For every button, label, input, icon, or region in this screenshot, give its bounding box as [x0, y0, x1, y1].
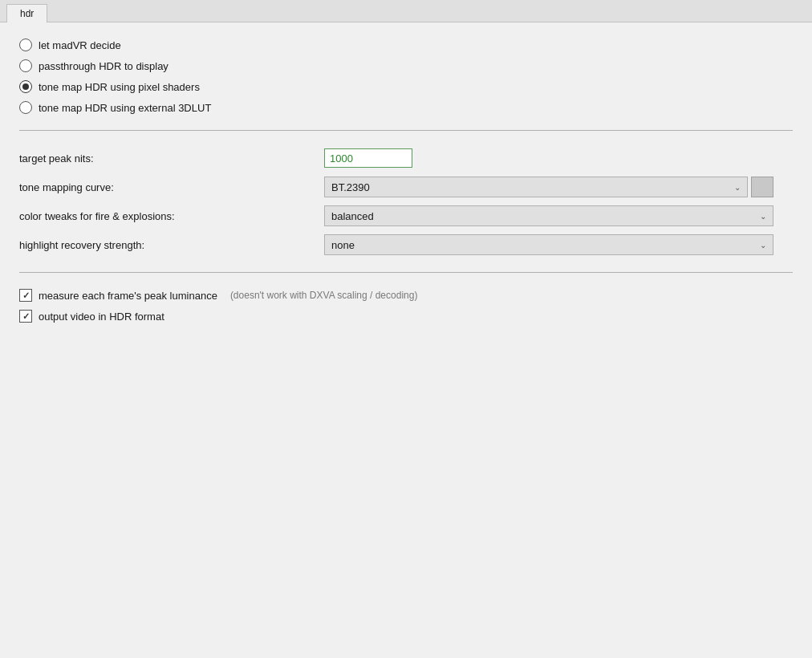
settings-row-highlight-recovery: highlight recovery strength: none ⌄ [19, 234, 793, 256]
highlight-recovery-value: none [331, 239, 355, 251]
checkbox-measure-peak-box [19, 289, 32, 302]
divider-2 [19, 272, 793, 273]
color-tweaks-value: balanced [331, 210, 374, 222]
radio-circle-tone-map-pixel [19, 80, 32, 93]
checkbox-output-hdr-box [19, 310, 32, 323]
radio-circle-let-madvr [19, 39, 32, 51]
divider [19, 130, 793, 131]
tone-mapping-curve-arrow-icon: ⌄ [734, 183, 741, 192]
tone-mapping-curve-extra-btn[interactable] [751, 177, 773, 197]
highlight-recovery-arrow-icon: ⌄ [760, 241, 766, 250]
tab-hdr[interactable]: hdr [6, 4, 47, 22]
checkbox-output-hdr-label: output video in HDR format [39, 311, 164, 323]
target-peak-nits-control [324, 148, 773, 168]
radio-let-madvr[interactable]: let madVR decide [19, 39, 793, 51]
radio-label-passthrough: passthrough HDR to display [39, 60, 168, 72]
settings-row-tone-mapping: tone mapping curve: BT.2390 ⌄ [19, 176, 793, 198]
settings-row-target-peak: target peak nits: [19, 147, 793, 169]
radio-tone-map-pixel[interactable]: tone map HDR using pixel shaders [19, 80, 793, 93]
settings-row-color-tweaks: color tweaks for fire & explosions: bala… [19, 205, 793, 227]
highlight-recovery-dropdown[interactable]: none ⌄ [324, 234, 773, 255]
tab-bar: hdr [0, 0, 812, 22]
radio-tone-map-3dlut[interactable]: tone map HDR using external 3DLUT [19, 101, 793, 114]
radio-label-tone-map-3dlut: tone map HDR using external 3DLUT [39, 102, 211, 114]
radio-label-let-madvr: let madVR decide [39, 39, 121, 51]
page-container: hdr let madVR decide passthrough HDR to … [0, 0, 812, 658]
target-peak-nits-input[interactable] [324, 148, 412, 168]
target-peak-nits-label: target peak nits: [19, 152, 324, 164]
tone-mapping-curve-dropdown[interactable]: BT.2390 ⌄ [324, 177, 748, 197]
radio-group: let madVR decide passthrough HDR to disp… [19, 39, 793, 114]
checkbox-measure-peak-label: measure each frame's peak luminance [39, 290, 217, 302]
radio-label-tone-map-pixel: tone map HDR using pixel shaders [39, 81, 200, 93]
checkbox-group: measure each frame's peak luminance (doe… [19, 289, 793, 323]
content-area: let madVR decide passthrough HDR to disp… [0, 22, 812, 658]
tone-mapping-curve-control: BT.2390 ⌄ [324, 177, 773, 197]
radio-circle-tone-map-3dlut [19, 101, 32, 114]
checkbox-measure-peak[interactable]: measure each frame's peak luminance (doe… [19, 289, 793, 302]
highlight-recovery-control: none ⌄ [324, 234, 773, 255]
color-tweaks-label: color tweaks for fire & explosions: [19, 210, 324, 222]
tone-mapping-curve-value: BT.2390 [331, 181, 370, 193]
color-tweaks-control: balanced ⌄ [324, 205, 773, 226]
tone-mapping-curve-label: tone mapping curve: [19, 181, 324, 193]
highlight-recovery-label: highlight recovery strength: [19, 239, 324, 251]
radio-circle-passthrough [19, 59, 32, 72]
checkbox-output-hdr[interactable]: output video in HDR format [19, 310, 793, 323]
settings-grid: target peak nits: tone mapping curve: BT… [19, 147, 793, 256]
color-tweaks-arrow-icon: ⌄ [760, 212, 766, 221]
radio-passthrough[interactable]: passthrough HDR to display [19, 59, 793, 72]
color-tweaks-dropdown[interactable]: balanced ⌄ [324, 205, 773, 226]
checkbox-measure-peak-note: (doesn't work with DXVA scaling / decodi… [230, 290, 418, 301]
